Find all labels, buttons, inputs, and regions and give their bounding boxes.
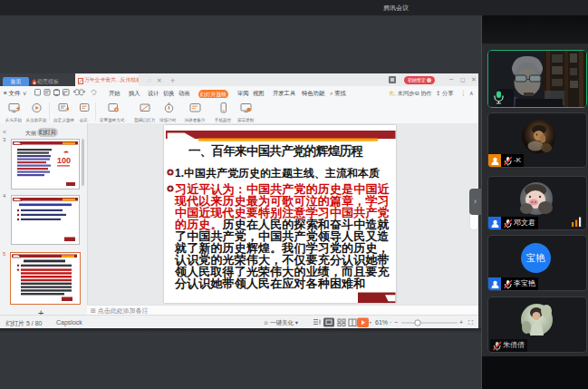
svg-text:100: 100 bbox=[57, 156, 71, 165]
